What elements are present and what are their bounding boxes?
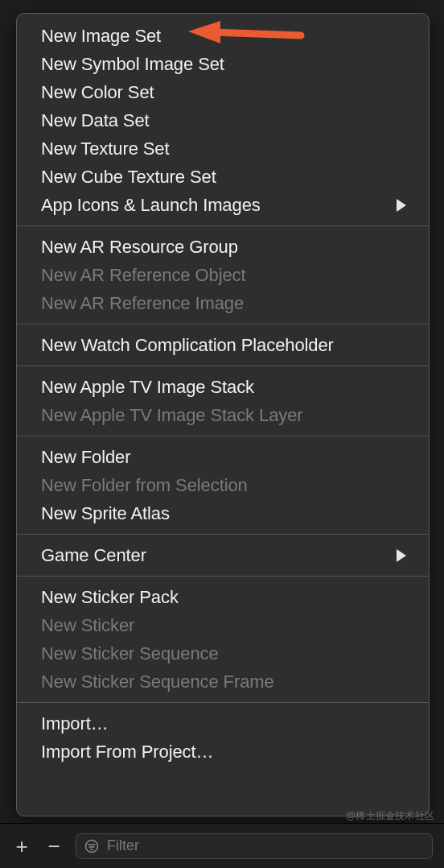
menu-item-new-apple-tv-image-stack-layer: New Apple TV Image Stack Layer xyxy=(17,401,429,429)
menu-item-new-apple-tv-image-stack[interactable]: New Apple TV Image Stack xyxy=(17,373,429,401)
filter-input[interactable] xyxy=(107,837,424,854)
menu-section: New Sticker PackNew StickerNew Sticker S… xyxy=(17,583,429,696)
menu-item-label: App Icons & Launch Images xyxy=(41,192,390,217)
menu-item-label: New Color Set xyxy=(41,80,406,105)
menu-item-import-from-project[interactable]: Import From Project… xyxy=(17,738,429,766)
menu-section: New FolderNew Folder from SelectionNew S… xyxy=(17,443,429,527)
menu-item-label: Import From Project… xyxy=(41,739,406,764)
menu-item-label: New Texture Set xyxy=(41,136,406,161)
menu-divider xyxy=(17,366,429,366)
menu-item-app-icons-launch-images[interactable]: App Icons & Launch Images xyxy=(17,191,429,219)
menu-section: New Watch Complication Placeholder xyxy=(17,331,429,359)
menu-item-new-ar-reference-image: New AR Reference Image xyxy=(17,289,429,317)
menu-item-new-image-set[interactable]: New Image Set xyxy=(17,22,429,50)
menu-item-label: New Apple TV Image Stack xyxy=(41,374,406,399)
menu-item-new-sticker-pack[interactable]: New Sticker Pack xyxy=(17,583,429,611)
menu-item-label: New Symbol Image Set xyxy=(41,52,406,76)
menu-section: New Apple TV Image StackNew Apple TV Ima… xyxy=(17,373,429,429)
menu-item-label: New Folder xyxy=(41,444,406,469)
menu-item-new-sticker-sequence-frame: New Sticker Sequence Frame xyxy=(17,668,429,696)
menu-item-new-color-set[interactable]: New Color Set xyxy=(17,78,429,106)
menu-item-label: New Folder from Selection xyxy=(41,473,406,498)
bottom-toolbar: + − xyxy=(0,823,444,868)
menu-item-label: New Sticker Sequence xyxy=(41,641,406,666)
menu-item-label: New Cube Texture Set xyxy=(41,164,406,189)
menu-item-label: New Data Set xyxy=(41,108,406,133)
menu-item-new-sticker: New Sticker xyxy=(17,611,429,639)
menu-item-label: New Watch Complication Placeholder xyxy=(41,333,406,358)
menu-item-new-data-set[interactable]: New Data Set xyxy=(17,106,429,134)
filter-field[interactable] xyxy=(76,833,433,859)
menu-divider xyxy=(17,534,429,535)
menu-item-import[interactable]: Import… xyxy=(17,709,429,738)
menu-divider xyxy=(17,324,429,324)
menu-item-new-folder[interactable]: New Folder xyxy=(17,443,429,471)
menu-item-label: Game Center xyxy=(41,543,390,568)
menu-item-label: New Image Set xyxy=(41,23,406,48)
menu-item-label: New AR Reference Image xyxy=(41,291,406,316)
add-button[interactable]: + xyxy=(11,836,32,857)
menu-item-new-watch-complication-placeholder[interactable]: New Watch Complication Placeholder xyxy=(17,331,429,359)
menu-item-new-sticker-sequence: New Sticker Sequence xyxy=(17,639,429,668)
menu-divider xyxy=(17,576,429,577)
watermark-text: @稀土掘金技术社区 xyxy=(346,809,434,823)
menu-divider xyxy=(17,436,429,436)
menu-section: Import…Import From Project… xyxy=(17,709,429,766)
menu-divider xyxy=(17,225,429,226)
menu-item-label: New Sticker Sequence Frame xyxy=(41,669,406,694)
menu-item-label: Import… xyxy=(41,711,406,736)
svg-point-2 xyxy=(86,840,98,852)
menu-item-game-center[interactable]: Game Center xyxy=(17,541,429,569)
chevron-right-icon xyxy=(397,549,406,562)
menu-item-new-texture-set[interactable]: New Texture Set xyxy=(17,134,429,163)
context-menu: New Image SetNew Symbol Image SetNew Col… xyxy=(16,13,430,816)
menu-item-new-sprite-atlas[interactable]: New Sprite Atlas xyxy=(17,499,429,527)
menu-item-label: New AR Resource Group xyxy=(41,234,406,259)
menu-item-label: New AR Reference Object xyxy=(41,262,406,287)
menu-divider xyxy=(17,702,429,703)
menu-item-label: New Apple TV Image Stack Layer xyxy=(41,403,406,428)
chevron-right-icon xyxy=(397,199,406,212)
menu-section: Game Center xyxy=(17,541,429,569)
menu-item-new-symbol-image-set[interactable]: New Symbol Image Set xyxy=(17,50,429,78)
menu-item-new-folder-from-selection: New Folder from Selection xyxy=(17,471,429,499)
menu-item-label: New Sticker xyxy=(41,613,406,638)
menu-item-new-cube-texture-set[interactable]: New Cube Texture Set xyxy=(17,163,429,191)
remove-button[interactable]: − xyxy=(43,836,64,857)
menu-item-new-ar-reference-object: New AR Reference Object xyxy=(17,261,429,289)
menu-item-label: New Sticker Pack xyxy=(41,585,406,610)
menu-section: New AR Resource GroupNew AR Reference Ob… xyxy=(17,233,429,317)
menu-item-label: New Sprite Atlas xyxy=(41,501,406,526)
filter-icon xyxy=(84,839,99,854)
menu-section: New Image SetNew Symbol Image SetNew Col… xyxy=(17,22,429,219)
menu-item-new-ar-resource-group[interactable]: New AR Resource Group xyxy=(17,233,429,261)
